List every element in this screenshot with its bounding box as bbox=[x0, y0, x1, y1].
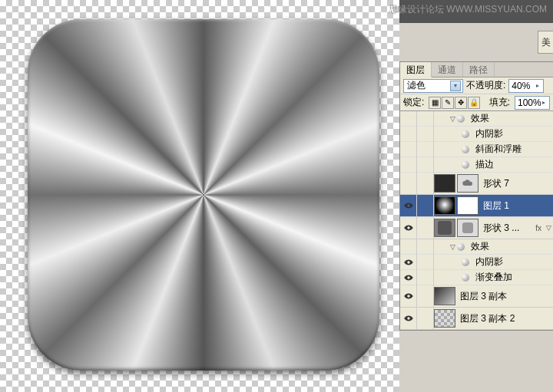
lock-pixels-icon[interactable]: ✎ bbox=[442, 97, 454, 109]
eye-icon bbox=[403, 292, 414, 300]
visibility-empty[interactable] bbox=[400, 173, 417, 194]
vector-mask-thumbnail bbox=[457, 174, 478, 193]
metal-icon-artwork bbox=[28, 19, 379, 371]
layer-thumbnail bbox=[434, 287, 455, 305]
vector-mask-thumbnail bbox=[457, 219, 478, 237]
fx-label: 描边 bbox=[472, 158, 553, 171]
chevron-down-icon: ▾ bbox=[450, 81, 461, 91]
tab-paths[interactable]: 路径 bbox=[463, 62, 495, 77]
fx-label: 内阴影 bbox=[472, 255, 553, 268]
layer-shape7[interactable]: 形状 7 bbox=[400, 173, 553, 195]
lock-transparency-icon[interactable]: ▦ bbox=[429, 97, 441, 109]
opacity-value: 40% bbox=[512, 81, 530, 91]
layer-thumbnail bbox=[434, 174, 455, 193]
fx-dot-icon bbox=[462, 146, 469, 153]
twist-icon[interactable]: ▽ bbox=[544, 224, 553, 232]
eye-icon bbox=[403, 274, 414, 282]
layer-thumbnail bbox=[434, 196, 455, 215]
cutoff-button[interactable]: 美 bbox=[538, 31, 553, 54]
fx-label: 渐变叠加 bbox=[472, 271, 553, 284]
layer-layer1[interactable]: 图层 1 bbox=[400, 195, 553, 217]
fx-badge: fx bbox=[533, 224, 544, 232]
opacity-input[interactable]: 40% ▸ bbox=[508, 79, 544, 93]
layer-name: 图层 3 副本 bbox=[457, 290, 553, 303]
tab-layers[interactable]: 图层 bbox=[400, 62, 432, 77]
fx-label: 内阴影 bbox=[472, 127, 553, 140]
cloud-icon bbox=[461, 179, 475, 188]
layer-layer3copy[interactable]: 图层 3 副本 bbox=[400, 285, 553, 308]
watermark-text: 思缘设计论坛 WWW.MISSYUAN.COM bbox=[389, 3, 547, 16]
layers-panel: 图层 通道 路径 滤色 ▾ 不透明度: 40% ▸ 锁定: ▦ ✎ ✥ 🔒 填充… bbox=[399, 61, 553, 331]
eye-icon bbox=[403, 315, 414, 322]
layer-layer3copy2[interactable]: 图层 3 副本 2 bbox=[400, 308, 553, 330]
fx-dot-icon bbox=[462, 274, 469, 282]
fx-dot-icon bbox=[462, 130, 469, 138]
visibility-toggle[interactable] bbox=[400, 285, 417, 307]
fx-label: 效果 bbox=[468, 112, 553, 125]
opacity-label: 不透明度: bbox=[466, 79, 505, 92]
layer-name: 形状 7 bbox=[480, 177, 553, 190]
twist-icon[interactable]: ▽ bbox=[448, 243, 457, 251]
blend-mode-value: 滤色 bbox=[407, 79, 426, 92]
tab-channels[interactable]: 通道 bbox=[432, 62, 463, 77]
panel-tabs: 图层 通道 路径 bbox=[400, 62, 553, 77]
lock-all-icon[interactable]: 🔒 bbox=[468, 97, 480, 109]
lock-position-icon[interactable]: ✥ bbox=[455, 97, 467, 109]
fx-dot-icon bbox=[462, 259, 469, 266]
right-column: 美 图层 通道 路径 滤色 ▾ 不透明度: 40% ▸ 锁定: ▦ ✎ ✥ 🔒 bbox=[399, 0, 553, 392]
visibility-toggle[interactable] bbox=[400, 308, 417, 329]
eye-icon bbox=[403, 202, 414, 209]
layer-name: 图层 3 副本 2 bbox=[457, 312, 553, 325]
chevron-right-icon: ▸ bbox=[539, 97, 548, 108]
layer-thumbnail bbox=[434, 219, 455, 237]
fill-value: 100% bbox=[518, 97, 541, 108]
twist-icon[interactable]: ▽ bbox=[448, 115, 457, 123]
fx-dot-icon bbox=[462, 161, 469, 169]
blend-mode-select[interactable]: 滤色 ▾ bbox=[403, 79, 463, 93]
fill-label: 填充: bbox=[489, 96, 510, 109]
lock-buttons: ▦ ✎ ✥ 🔒 bbox=[429, 97, 480, 109]
fx-grad-overlay-row[interactable]: 渐变叠加 bbox=[400, 270, 553, 285]
lock-label: 锁定: bbox=[403, 96, 424, 109]
fx-stroke-row[interactable]: 描边 bbox=[400, 157, 553, 173]
layer-list: ▽ 效果 内阴影 斜面和浮雕 描边 bbox=[400, 111, 553, 330]
fx-dot-icon bbox=[457, 115, 465, 123]
layer-thumbnail bbox=[434, 309, 455, 328]
blend-row: 滤色 ▾ 不透明度: 40% ▸ bbox=[400, 77, 553, 94]
eye-icon bbox=[403, 259, 414, 266]
chevron-right-icon: ▸ bbox=[533, 81, 542, 91]
layer-mask-thumbnail bbox=[457, 196, 478, 215]
layer-name: 形状 3 ... bbox=[480, 222, 533, 235]
fx-dot-icon bbox=[457, 243, 465, 251]
fill-input[interactable]: 100% ▸ bbox=[515, 96, 550, 110]
lock-row: 锁定: ▦ ✎ ✥ 🔒 填充: 100% ▸ bbox=[400, 94, 553, 111]
visibility-toggle[interactable] bbox=[400, 195, 417, 216]
canvas[interactable] bbox=[0, 0, 399, 392]
layer-name: 图层 1 bbox=[480, 199, 553, 212]
fx-label: 效果 bbox=[468, 240, 553, 253]
fx-label: 斜面和浮雕 bbox=[472, 143, 553, 156]
eye-icon bbox=[403, 224, 414, 232]
